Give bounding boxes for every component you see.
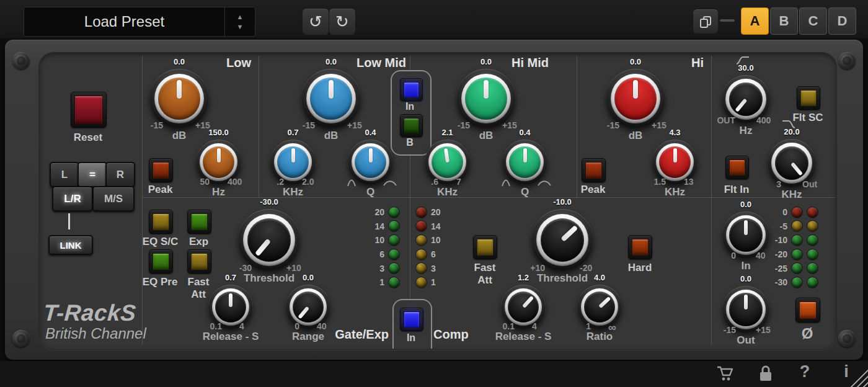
gate-fast-att-button[interactable] xyxy=(187,249,211,274)
knob-value: 0.0 xyxy=(630,57,641,66)
hi-gain-knob[interactable]: 0.0 -15 +15 dB xyxy=(606,69,665,128)
knob-value: -30.0 xyxy=(260,197,278,207)
green-led xyxy=(388,220,400,232)
channel-equal-button[interactable]: = xyxy=(78,162,107,187)
knob-unit-label: Out xyxy=(737,334,755,347)
copy-snapshot-button[interactable] xyxy=(693,9,719,34)
preset-spinner[interactable]: ▲ ▼ xyxy=(224,7,255,36)
himid-freq-knob[interactable]: 2.1 .6 7 KHz xyxy=(425,140,470,185)
flt-sc-button[interactable] xyxy=(797,86,820,110)
knob-min-label: -15 xyxy=(303,120,315,130)
lowmid-q-knob[interactable]: 0.4 Q xyxy=(348,140,393,185)
knob-value: 4.0 xyxy=(594,273,605,282)
snapshot-c-button[interactable]: C xyxy=(799,7,827,35)
hpf-freq-knob[interactable]: 30.0 OUT 400 Hz xyxy=(722,75,770,123)
hard-button[interactable] xyxy=(628,235,652,259)
himid-q-knob[interactable]: 0.4 Q xyxy=(502,140,547,185)
meter-tick-label: -5 xyxy=(766,221,787,231)
comp-section-label: Comp xyxy=(433,327,502,342)
reset-button[interactable] xyxy=(71,92,107,128)
link-button[interactable]: LINK xyxy=(48,235,93,255)
divider-low-lowmid xyxy=(259,56,259,197)
band-in-button[interactable] xyxy=(400,78,423,101)
lpf-freq-knob[interactable]: 20.0 3 Out KHz xyxy=(768,139,816,187)
flt-sc-led xyxy=(800,90,817,106)
meter-tick-label: 3 xyxy=(431,264,447,274)
gate-threshold-knob[interactable]: -30.0 -30 +10 Threshold xyxy=(238,209,300,271)
flt-in-button[interactable] xyxy=(725,156,749,179)
input-gain-knob[interactable]: 0.0 0 40 In xyxy=(722,211,769,259)
green-led xyxy=(388,277,400,288)
comp-reduction-meter: 20 14 10 6 3 1 xyxy=(415,205,447,290)
channel-r-button[interactable]: R xyxy=(105,162,135,187)
meter-tick-label: 6 xyxy=(431,249,447,259)
redo-button[interactable]: ↻ xyxy=(329,8,356,35)
knob-min-label: 0 xyxy=(731,251,736,260)
divider-himid-hi xyxy=(577,56,577,197)
himid-gain-knob[interactable]: 0.0 -15 +15 dB xyxy=(456,69,516,128)
topbar: Load Preset ▲ ▼ ↺ ↻ A B C D xyxy=(0,0,868,38)
knob-min-label: 1.5 xyxy=(654,177,666,187)
meter-tick-label: 20 xyxy=(431,207,447,217)
mode-ms-button[interactable]: M/S xyxy=(92,186,135,211)
knob-unit-label: Q xyxy=(366,186,374,198)
knob-min-label: -15 xyxy=(607,120,619,130)
ratio-knob[interactable]: 4.0 1 ∞ Ratio xyxy=(577,285,622,329)
lock-icon[interactable] xyxy=(758,365,773,382)
dynamics-in-label: In xyxy=(392,332,430,344)
spinner-up-icon[interactable]: ▲ xyxy=(237,12,244,22)
channel-l-button[interactable]: L xyxy=(50,162,79,187)
knob-unit-label: Q xyxy=(521,186,529,198)
meter-tick-label: 1 xyxy=(431,277,447,287)
lowmid-freq-knob[interactable]: 0.7 .2 2.0 KHz xyxy=(270,140,316,185)
comp-release-knob[interactable]: 1.2 0.1 4 Release - S xyxy=(501,285,546,329)
eq-pre-button[interactable] xyxy=(149,249,173,274)
low-freq-knob[interactable]: 150.0 50 400 Hz xyxy=(196,140,241,185)
spinner-down-icon[interactable]: ▼ xyxy=(237,22,244,32)
green-led xyxy=(388,234,400,246)
knob-unit-label: KHz xyxy=(283,186,303,198)
snapshot-d-button[interactable]: D xyxy=(828,7,856,35)
snapshot-b-button[interactable]: B xyxy=(770,7,798,35)
comp-threshold-knob[interactable]: -10.0 +10 -20 Threshold xyxy=(531,209,593,271)
preset-selector[interactable]: Load Preset ▲ ▼ xyxy=(24,7,255,37)
snapshot-a-button[interactable]: A xyxy=(741,7,769,35)
gate-release-knob[interactable]: 0.7 0.1 4 Release - S xyxy=(208,285,253,329)
meter-tick-label: -25 xyxy=(766,264,787,274)
mode-lr-button[interactable]: L/R xyxy=(52,186,93,211)
exp-button[interactable] xyxy=(187,210,211,234)
band-b-button[interactable] xyxy=(400,114,423,137)
knob-unit-label: dB xyxy=(324,130,339,142)
statusbar: ? i xyxy=(0,361,868,387)
hi-peak-button[interactable] xyxy=(582,158,606,182)
cart-icon[interactable] xyxy=(716,365,733,382)
yellow-led xyxy=(415,249,427,260)
lowmid-gain-knob[interactable]: 0.0 -15 +15 dB xyxy=(301,69,361,128)
dynamics-in-button[interactable] xyxy=(400,308,423,331)
screw-bottom-right xyxy=(838,330,856,347)
knob-min-label: 1 xyxy=(586,321,591,331)
preset-label[interactable]: Load Preset xyxy=(24,7,224,36)
knob-value: 0.0 xyxy=(326,57,337,66)
gate-range-knob[interactable]: 0.0 0 40 Range xyxy=(286,285,330,329)
link-tick xyxy=(68,213,70,229)
output-gain-knob[interactable]: 0.0 -15 +15 Out xyxy=(722,286,769,333)
help-icon[interactable]: ? xyxy=(795,362,814,381)
knob-max-label: +10 xyxy=(286,263,301,273)
hi-freq-knob[interactable]: 4.3 1.5 13 KHz xyxy=(652,140,698,185)
knob-max-label: 4 xyxy=(239,321,244,331)
green-led xyxy=(791,249,803,260)
low-peak-button[interactable] xyxy=(149,158,173,182)
green-led xyxy=(388,207,400,218)
gate-reduction-meter: 20 14 10 6 3 1 xyxy=(368,205,400,290)
low-gain-knob[interactable]: 0.0 -15 +15 dB xyxy=(149,69,209,128)
yellow-led xyxy=(791,220,803,232)
hard-led xyxy=(632,239,649,256)
eq-sc-button[interactable] xyxy=(149,210,173,234)
info-icon[interactable]: i xyxy=(837,362,856,381)
yellow-led xyxy=(807,220,818,232)
knob-value: 0.4 xyxy=(365,128,376,137)
comp-fast-att-button[interactable] xyxy=(473,235,497,259)
phase-button[interactable] xyxy=(795,298,820,322)
undo-button[interactable]: ↺ xyxy=(302,8,329,35)
